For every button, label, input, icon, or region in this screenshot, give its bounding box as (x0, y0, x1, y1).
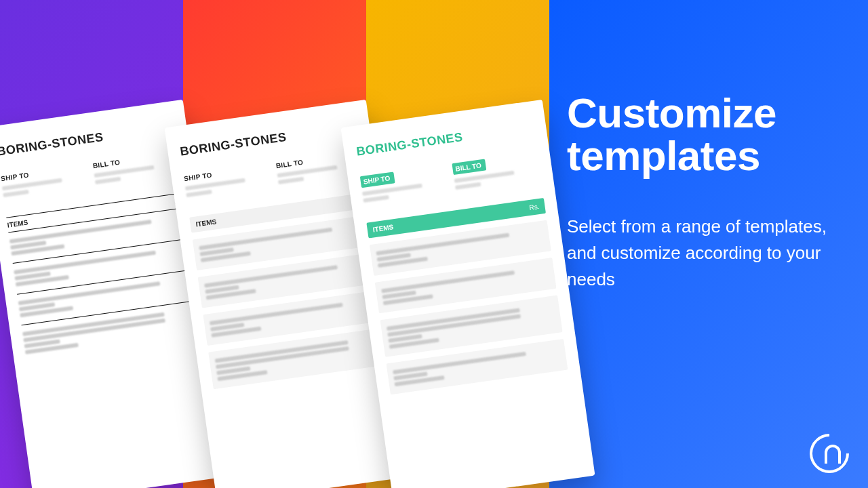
promo-description: Select from a range of templates, and cu… (567, 214, 852, 293)
promo-text-panel: Customize templates Select from a range … (567, 92, 852, 293)
column-red (183, 0, 366, 488)
column-yellow (366, 0, 549, 488)
brand-logo-icon-inner (825, 445, 841, 464)
column-purple (0, 0, 183, 488)
headline-line-2: templates (567, 132, 760, 179)
headline-line-1: Customize (567, 89, 776, 136)
